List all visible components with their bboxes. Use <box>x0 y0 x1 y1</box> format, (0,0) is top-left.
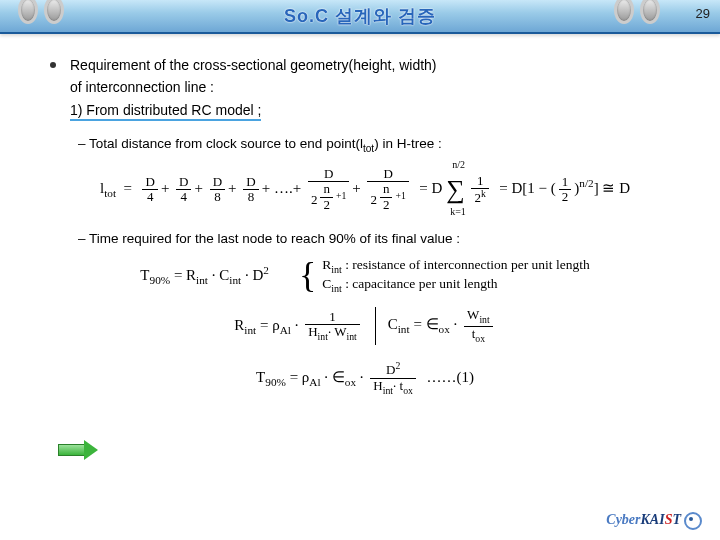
rintd2s: int <box>346 331 356 342</box>
f1efd: 2 <box>559 190 572 204</box>
f1n6: D <box>367 167 408 182</box>
f1e5n: n <box>320 182 333 197</box>
f1d4: 8 <box>243 190 258 204</box>
f1exp: = D[1 − ( <box>499 180 556 196</box>
binder-rings-right <box>614 0 660 24</box>
formula-t90: T90% = Rint · Cint · D2 <box>140 261 269 289</box>
rintrho: Al <box>280 324 291 336</box>
slide-title: So.C 설계와 검증 <box>284 4 436 28</box>
f1efn: 1 <box>559 175 572 190</box>
divider-bar <box>375 307 376 345</box>
f1sumup: n/2 <box>452 157 465 173</box>
f1e5d: 2 <box>320 198 333 212</box>
finn: D <box>386 363 395 378</box>
f1n4: D <box>243 175 258 190</box>
green-arrow-icon <box>58 440 98 458</box>
brace-icon: { <box>299 259 316 291</box>
main-line-1: Requirement of the cross-sectional geome… <box>70 54 680 76</box>
finne: 2 <box>395 360 400 371</box>
rint: Rint = ρAl · 1Hint· Wint <box>234 310 362 343</box>
slide-header: So.C 설계와 검증 29 <box>0 0 720 34</box>
main-line-2: of interconnection line : <box>70 76 680 98</box>
item-1-text: 1) From distributed RC model ; <box>70 102 261 121</box>
ltot-lhs-sub: tot <box>104 187 116 199</box>
f1n2: D <box>176 175 191 190</box>
cintl: C <box>388 317 398 333</box>
ring-icon <box>640 0 660 24</box>
t90ls: 90% <box>150 274 171 286</box>
t90d1: · C <box>212 267 230 283</box>
rintn: 1 <box>305 310 360 325</box>
arrow-body <box>58 444 86 456</box>
f1e6s: +1 <box>395 190 405 201</box>
findm: · t <box>393 378 403 393</box>
rintd1: H <box>308 324 317 339</box>
fineps: ox <box>345 376 356 388</box>
cintns: int <box>479 314 489 325</box>
ring-icon <box>614 0 634 24</box>
sub1-suffix: ) in H-tree : <box>374 136 442 151</box>
sub-item-1: – Total distance from clock source to en… <box>78 133 680 157</box>
logo-cyber: Cyber <box>606 512 640 527</box>
cinteq: = ∈ <box>413 317 438 333</box>
rinteq: = ρ <box>260 317 280 333</box>
f1d1: 4 <box>142 190 157 204</box>
f1sin: 1 <box>471 174 488 189</box>
f1d3: 8 <box>210 190 225 204</box>
rintl: R <box>234 317 244 333</box>
find1: · ∈ <box>324 369 345 385</box>
bullet-dot-icon <box>50 62 56 68</box>
rintdm: · W <box>328 324 347 339</box>
t90de: 2 <box>263 264 269 276</box>
main-bullet: Requirement of the cross-sectional geome… <box>50 54 680 121</box>
f1dots: …. <box>274 180 293 196</box>
brace-text: Rint : resistance of interconnection per… <box>322 256 590 296</box>
cintls: int <box>398 324 410 336</box>
find2s: ox <box>403 384 413 395</box>
f1side: k <box>481 188 486 199</box>
t90cs: int <box>229 274 241 286</box>
t90rs: int <box>196 274 208 286</box>
t90l: T <box>140 267 149 283</box>
f1d2: 4 <box>176 190 191 204</box>
f1e5s: +1 <box>336 190 346 201</box>
formula-ltot: ltot = D4+ D4+ D8+ D8+ ….+ D2n2+1+ D2n2+… <box>50 167 680 212</box>
find2: · <box>360 369 364 385</box>
f1n1: D <box>142 175 157 190</box>
logo-t: T <box>672 512 681 527</box>
item-1: 1) From distributed RC model ; <box>70 99 680 121</box>
fintail: ……(1) <box>426 369 474 385</box>
rintd1s: int <box>318 331 328 342</box>
cint: Cint = ∈ox · Winttox <box>388 308 496 344</box>
cintdot: · <box>454 317 458 333</box>
f1e6d: 2 <box>380 198 393 212</box>
sub1-prefix: – Total distance from clock source to en… <box>78 136 363 151</box>
binder-rings-left <box>18 0 64 24</box>
finrho: Al <box>309 376 320 388</box>
finl: T <box>256 369 265 385</box>
t90d2: · D <box>245 267 263 283</box>
f1ee: n/2 <box>579 177 593 189</box>
finls: 90% <box>265 376 286 388</box>
main-text-block: Requirement of the cross-sectional geome… <box>70 54 680 121</box>
rintls: int <box>244 324 256 336</box>
brace-line-2: Cint : capacitance per unit length <box>322 276 497 291</box>
f1n5: D <box>308 167 349 182</box>
arrow-head <box>84 440 98 460</box>
cintn: W <box>467 307 479 322</box>
brace-line-1: Rint : resistance of interconnection per… <box>322 257 590 272</box>
slide-content: Requirement of the cross-sectional geome… <box>0 34 720 422</box>
f1sumlo: k=1 <box>450 204 466 220</box>
fineq: = ρ <box>290 369 310 385</box>
formula-t90-row: T90% = Rint · Cint · D2 { Rint : resista… <box>50 256 680 296</box>
slide-page: So.C 설계와 검증 29 Requirement of the cross-… <box>0 0 720 540</box>
f1n3: D <box>210 175 225 190</box>
cintds: ox <box>475 332 485 343</box>
rintdot: · <box>295 317 299 333</box>
page-number: 29 <box>696 6 710 21</box>
sub-item-2: – Time required for the last node to rea… <box>78 228 680 250</box>
find1s: int <box>383 384 393 395</box>
logo-dot-icon <box>684 512 702 530</box>
find1b: H <box>373 378 382 393</box>
logo-kai: KAI <box>641 512 665 527</box>
